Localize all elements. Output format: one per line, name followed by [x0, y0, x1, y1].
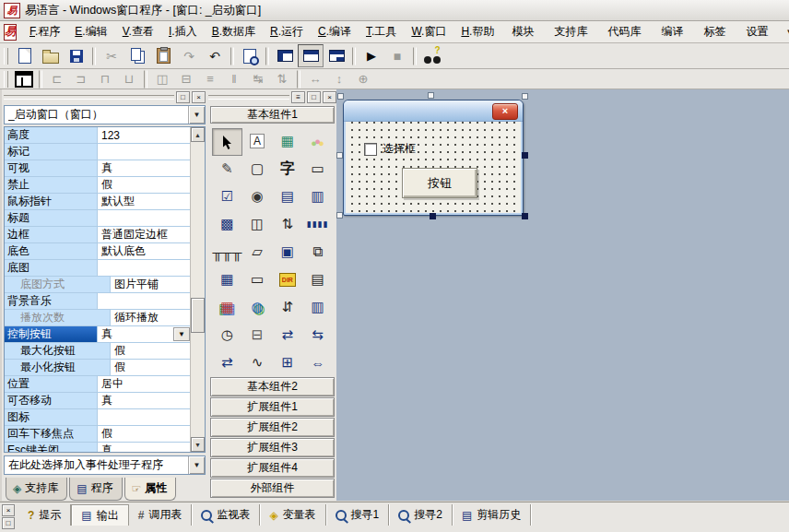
- resize-handle-right-center[interactable]: [522, 152, 528, 159]
- property-row[interactable]: 禁止 假 ▼: [5, 177, 191, 194]
- resize-handle-bottom-center[interactable]: [430, 213, 436, 219]
- menu-program[interactable]: F.程序: [22, 22, 67, 41]
- toolbar-button[interactable]: [297, 70, 300, 89]
- tool-ftp[interactable]: ◍: [242, 294, 273, 320]
- tab-program[interactable]: ▤程序: [69, 478, 122, 501]
- tool-checkbox[interactable]: ☑: [212, 183, 242, 209]
- tool-page-scroll[interactable]: ⇵: [273, 294, 303, 320]
- menu-compile-quick[interactable]: 编译: [651, 22, 693, 41]
- center-horizontal-button[interactable]: ◫: [150, 69, 174, 89]
- align-top-button[interactable]: ⊓: [93, 69, 117, 89]
- menu-module[interactable]: 模块: [501, 22, 544, 41]
- property-row[interactable]: 可视 真 ▼: [5, 160, 191, 177]
- view-layout3-button[interactable]: [324, 44, 349, 67]
- resize-handle-top-left[interactable]: [337, 93, 344, 100]
- tool-radio-button[interactable]: ◉: [242, 183, 273, 209]
- property-row[interactable]: 图标 ▼: [5, 409, 191, 426]
- menu-compile[interactable]: C.编译: [311, 22, 359, 41]
- property-scrollbar[interactable]: ▲ ▼: [190, 127, 205, 452]
- panel-menu-button[interactable]: ≡: [291, 91, 305, 103]
- redo-button[interactable]: ↷: [176, 44, 202, 67]
- tab-hint[interactable]: ?提示: [18, 504, 71, 526]
- tool-toolbar-window[interactable]: ▥: [302, 294, 333, 320]
- tab-support-lib[interactable]: ◈支持库: [6, 478, 67, 501]
- property-row[interactable]: 鼠标指针 默认型 ▼: [5, 194, 191, 210]
- property-row[interactable]: 最小化按钮 假 ▼: [5, 360, 191, 376]
- menu-tags[interactable]: 标签: [693, 22, 736, 41]
- menu-code-lib[interactable]: 代码库: [597, 22, 651, 41]
- copy-button[interactable]: [124, 44, 150, 67]
- tool-cursor[interactable]: [212, 128, 242, 156]
- align-right-button[interactable]: ⊐: [69, 69, 93, 89]
- align-left-button[interactable]: ⊏: [45, 69, 69, 89]
- property-row[interactable]: 底色 默认底色 ▼: [5, 243, 191, 260]
- property-row[interactable]: Esc键关闭 真 ▼: [5, 443, 191, 453]
- form-client-area[interactable]: 选择框 按钮: [346, 122, 521, 213]
- tool-picture-box[interactable]: ▦: [273, 128, 303, 154]
- tool-scale-ruler[interactable]: ╥╥╥: [212, 239, 242, 265]
- tab-output[interactable]: ▤输出: [71, 504, 128, 526]
- tool-input-line[interactable]: ▭: [242, 266, 273, 292]
- tool-scrollbar[interactable]: ⇔: [302, 349, 333, 375]
- category-ext-3[interactable]: 扩展组件3: [210, 438, 335, 457]
- category-basic-2[interactable]: 基本组件2: [210, 377, 335, 396]
- align-bottom-button[interactable]: ⊔: [117, 69, 141, 89]
- view-layout1-button[interactable]: [272, 44, 298, 67]
- tool-media-player[interactable]: ▣: [273, 239, 303, 265]
- tab-search-1[interactable]: 搜寻1: [326, 504, 390, 526]
- resize-handle-top-right[interactable]: [522, 93, 528, 100]
- menu-edit[interactable]: E.编辑: [67, 22, 114, 41]
- tool-document[interactable]: ▤: [302, 266, 333, 292]
- dropdown-button[interactable]: ▼: [173, 327, 190, 341]
- tool-timer[interactable]: ◷: [212, 322, 242, 348]
- tool-combo-box[interactable]: ▤: [273, 183, 303, 209]
- open-file-button[interactable]: [38, 44, 64, 67]
- space-horizontal-button[interactable]: ↹: [246, 69, 270, 89]
- property-row[interactable]: 背景音乐 ▼: [5, 293, 191, 310]
- tool-client[interactable]: ⇄: [273, 322, 303, 348]
- property-row[interactable]: 位置 居中 ▼: [5, 376, 191, 393]
- tool-dir-box[interactable]: DIR: [273, 266, 303, 292]
- toolbar-button[interactable]: [352, 47, 356, 65]
- toolbar-button[interactable]: [92, 47, 96, 65]
- panel-close-button[interactable]: ×: [323, 91, 336, 103]
- checkbox-control[interactable]: 选择框: [364, 141, 416, 157]
- new-file-button[interactable]: [12, 44, 38, 67]
- menu-more-arrow-icon[interactable]: ▼: [778, 26, 789, 38]
- tool-server[interactable]: ⇆: [302, 322, 333, 348]
- menu-view[interactable]: V.查看: [115, 22, 161, 41]
- tab-variable-table[interactable]: ◈变量表: [260, 504, 325, 526]
- event-selector[interactable]: 在此处选择加入事件处理子程序 ▼: [4, 455, 206, 475]
- scroll-up-icon[interactable]: ▲: [191, 127, 205, 142]
- tool-shape-box[interactable]: ●: [302, 128, 333, 154]
- toolbar-gripper[interactable]: [4, 71, 8, 88]
- toolbar-button[interactable]: [413, 47, 417, 65]
- tool-button[interactable]: ▭: [302, 156, 333, 182]
- category-ext-4[interactable]: 扩展组件4: [210, 458, 335, 478]
- tool-text-label[interactable]: 字: [273, 156, 303, 182]
- property-row[interactable]: 回车下移焦点 假 ▼: [5, 426, 191, 443]
- menu-tools[interactable]: T.工具: [359, 22, 404, 41]
- same-size-button[interactable]: ⊕: [351, 69, 375, 89]
- category-basic-1[interactable]: 基本组件1: [210, 106, 335, 124]
- property-row[interactable]: 高度 123 ▼: [5, 127, 191, 144]
- run-button[interactable]: ▶: [359, 44, 384, 67]
- property-row[interactable]: 底图方式 图片平铺 ▼: [5, 277, 191, 293]
- space-vertical-button[interactable]: ⇅: [270, 69, 294, 89]
- form-designer[interactable]: × 选择框 按钮: [336, 89, 789, 501]
- center-vertical-button[interactable]: ⊟: [174, 69, 198, 89]
- menu-insert[interactable]: I.插入: [161, 22, 205, 41]
- tool-list-box[interactable]: ▥: [302, 183, 333, 209]
- same-height-button[interactable]: ↕: [327, 69, 351, 89]
- tool-data-link[interactable]: ⇄: [212, 349, 242, 375]
- property-row[interactable]: 边框 普通固定边框 ▼: [5, 227, 191, 243]
- tool-slider[interactable]: ◫: [242, 211, 273, 237]
- save-button[interactable]: [64, 44, 89, 67]
- bottom-maximize-button[interactable]: □: [2, 517, 15, 529]
- bottom-close-button[interactable]: ×: [2, 504, 15, 516]
- button-control[interactable]: 按钮: [402, 168, 477, 198]
- tool-updown[interactable]: ⇅: [273, 211, 303, 237]
- view-layout2-button[interactable]: [298, 44, 324, 67]
- tool-progress-bar[interactable]: ▮▮▮▮: [302, 211, 333, 237]
- scroll-thumb[interactable]: [191, 298, 205, 333]
